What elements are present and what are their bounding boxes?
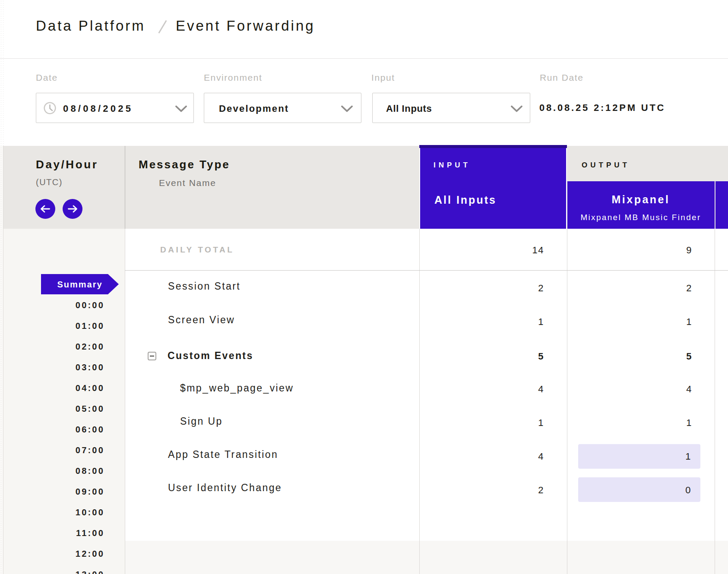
svg-text:Summary: Summary [57,280,102,289]
